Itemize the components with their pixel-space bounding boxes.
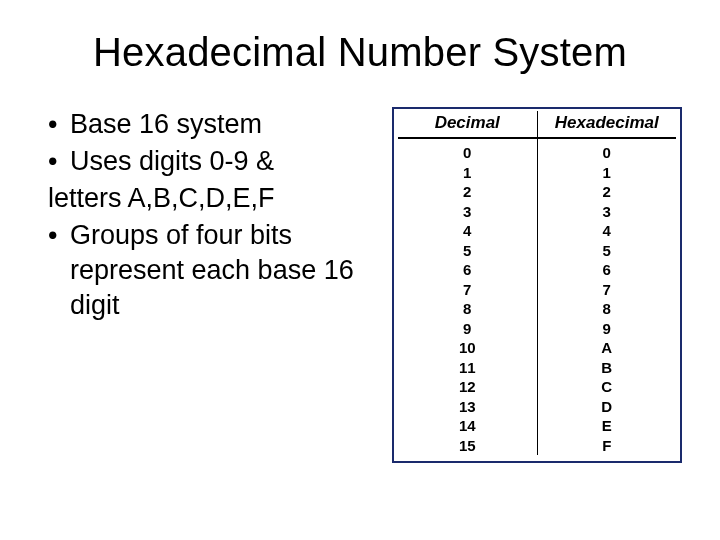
table-body: 0 1 2 3 4 5 6 7 8 9 10 11 12 13 14 15 [398, 139, 676, 455]
table-row: 7 [398, 280, 537, 300]
table-row: 0 [538, 143, 677, 163]
table-row: 1 [538, 163, 677, 183]
bullet-item-2-cont: letters A,B,C,D,E,F [48, 181, 372, 216]
table-row: F [538, 436, 677, 456]
table-row: 0 [398, 143, 537, 163]
table-row: 12 [398, 377, 537, 397]
content-area: Base 16 system Uses digits 0-9 & letters… [38, 107, 682, 463]
table-row: 2 [398, 182, 537, 202]
table-row: 7 [538, 280, 677, 300]
bullet-item-2: Uses digits 0-9 & [48, 144, 372, 179]
table-row: 10 [398, 338, 537, 358]
table-header-hexadecimal: Hexadecimal [538, 111, 677, 137]
hexadecimal-column: 0 1 2 3 4 5 6 7 8 9 A B C D E F [538, 139, 677, 455]
slide: Hexadecimal Number System Base 16 system… [0, 0, 720, 540]
table-row: 15 [398, 436, 537, 456]
table-row: 3 [538, 202, 677, 222]
table-row: 2 [538, 182, 677, 202]
table-row: 4 [538, 221, 677, 241]
table-row: 9 [398, 319, 537, 339]
bullet-list: Base 16 system Uses digits 0-9 & letters… [38, 107, 372, 326]
table-row: C [538, 377, 677, 397]
table-header-decimal: Decimal [398, 111, 538, 137]
table-row: 3 [398, 202, 537, 222]
table-row: B [538, 358, 677, 378]
table-header: Decimal Hexadecimal [398, 111, 676, 139]
bullet-item-3: Groups of four bits represent each base … [48, 218, 372, 323]
table-row: E [538, 416, 677, 436]
table-row: 11 [398, 358, 537, 378]
table-row: 5 [538, 241, 677, 261]
conversion-table: Decimal Hexadecimal 0 1 2 3 4 5 6 7 8 9 … [392, 107, 682, 463]
table-row: 8 [538, 299, 677, 319]
table-row: D [538, 397, 677, 417]
table-row: 14 [398, 416, 537, 436]
table-row: 4 [398, 221, 537, 241]
table-row: 6 [398, 260, 537, 280]
table-row: 6 [538, 260, 677, 280]
table-row: 8 [398, 299, 537, 319]
table-row: 5 [398, 241, 537, 261]
table-row: 1 [398, 163, 537, 183]
table-row: 9 [538, 319, 677, 339]
table-row: 13 [398, 397, 537, 417]
page-title: Hexadecimal Number System [38, 30, 682, 75]
decimal-column: 0 1 2 3 4 5 6 7 8 9 10 11 12 13 14 15 [398, 139, 538, 455]
table-row: A [538, 338, 677, 358]
bullet-item-1: Base 16 system [48, 107, 372, 142]
